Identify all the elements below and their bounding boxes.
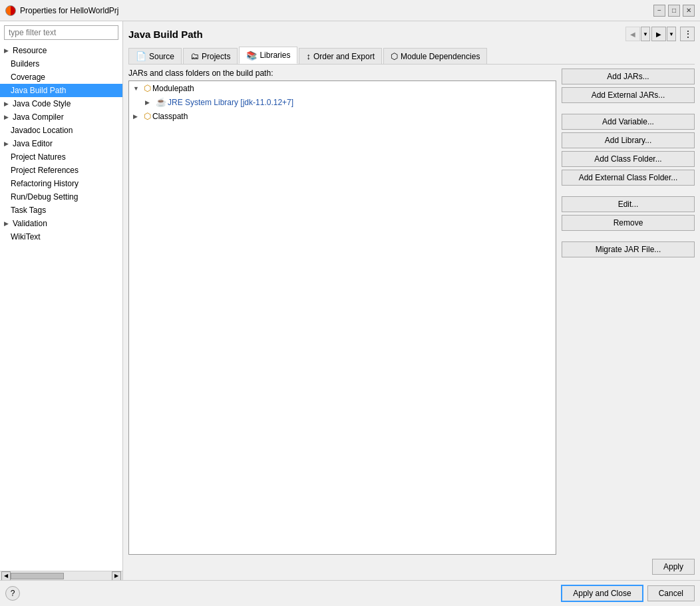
apply-and-close-button[interactable]: Apply and Close: [561, 585, 643, 602]
expand-arrow-icon: ▶: [4, 140, 9, 147]
sidebar-item-java-editor[interactable]: ▶Java Editor: [0, 137, 122, 150]
add-external-class-folder-button[interactable]: Add External Class Folder...: [562, 170, 695, 186]
scrollbar-thumb[interactable]: [11, 573, 64, 579]
sidebar-item-label: WikiText: [11, 232, 41, 241]
classpath-expand-icon: ▶: [133, 113, 142, 120]
sidebar-item-label: Project References: [11, 166, 79, 175]
expand-arrow-icon: ▶: [4, 100, 9, 107]
content-area: Java Build Path ◀ ▼ ▶ ▼ ⋮ 📄Source🗂Projec…: [123, 21, 700, 580]
forward-menu-button[interactable]: ▼: [667, 27, 676, 41]
sidebar-item-label: Run/Debug Setting: [11, 192, 78, 202]
source-tab-icon: 📄: [136, 51, 146, 61]
back-menu-button[interactable]: ▼: [641, 27, 650, 41]
tree-jre-expand-icon: ▶: [145, 99, 154, 106]
sidebar: ▶ResourceBuildersCoverageJava Build Path…: [0, 21, 123, 580]
tab-order-export[interactable]: ↕Order and Export: [299, 48, 382, 64]
tab-source[interactable]: 📄Source: [128, 48, 182, 64]
sidebar-item-label: Java Code Style: [13, 99, 71, 108]
build-path-label: JARs and class folders on the build path…: [128, 69, 556, 78]
add-variable-button[interactable]: Add Variable...: [562, 114, 695, 130]
bottom-bar: ? Apply and Close Cancel: [0, 580, 700, 606]
module-dependencies-tab-icon: ⬡: [391, 51, 398, 61]
button-spacer: [562, 188, 695, 194]
libraries-tab-icon: 📚: [246, 51, 257, 61]
scrollbar-right-arrow[interactable]: ▶: [112, 571, 121, 581]
button-spacer: [562, 106, 695, 111]
scrollbar-left-arrow[interactable]: ◀: [1, 571, 11, 581]
sidebar-item-java-compiler[interactable]: ▶Java Compiler: [0, 110, 122, 124]
add-library-button[interactable]: Add Library...: [562, 132, 695, 148]
apply-button[interactable]: Apply: [652, 559, 695, 575]
modulepath-icon: ⬡: [144, 83, 151, 93]
expand-arrow-icon: ▶: [4, 47, 9, 54]
build-path-buttons: Add JARs...Add External JARs...Add Varia…: [562, 69, 695, 555]
remove-button[interactable]: Remove: [562, 215, 695, 231]
sidebar-item-project-natures[interactable]: Project Natures: [0, 150, 122, 164]
tab-label-module-dependencies: Module Dependencies: [401, 52, 480, 61]
title-bar: Properties for HelloWorldPrj − □ ✕: [0, 0, 700, 21]
sidebar-item-label: Task Tags: [11, 206, 46, 215]
forward-button[interactable]: ▶: [651, 27, 666, 41]
sidebar-scroll[interactable]: ▶ResourceBuildersCoverageJava Build Path…: [0, 44, 122, 571]
add-class-folder-button[interactable]: Add Class Folder...: [562, 151, 695, 167]
sidebar-item-label: Builders: [11, 59, 39, 69]
sidebar-item-run-debug-settings[interactable]: Run/Debug Setting: [0, 190, 122, 204]
sidebar-item-coverage[interactable]: Coverage: [0, 71, 122, 84]
tab-label-projects: Projects: [202, 52, 230, 61]
more-options-button[interactable]: ⋮: [680, 27, 695, 41]
build-path-content: JARs and class folders on the build path…: [128, 69, 556, 555]
content-header: Java Build Path ◀ ▼ ▶ ▼ ⋮: [128, 27, 695, 41]
tree-view[interactable]: ▼ ⬡ Modulepath▶ ☕ JRE System Library [jd…: [128, 80, 556, 555]
sidebar-item-label: Javadoc Location: [11, 126, 73, 135]
content-title: Java Build Path: [128, 29, 203, 40]
sidebar-item-label: Validation: [13, 219, 47, 228]
tab-module-dependencies[interactable]: ⬡Module Dependencies: [383, 48, 487, 64]
help-button[interactable]: ?: [5, 586, 20, 601]
sidebar-item-label: Refactoring History: [11, 179, 79, 188]
tree-classpath[interactable]: ▶ ⬡ Classpath: [129, 109, 556, 123]
tab-label-order-export: Order and Export: [313, 52, 375, 61]
sidebar-item-java-build-path[interactable]: Java Build Path: [0, 84, 122, 97]
tab-libraries[interactable]: 📚Libraries: [239, 47, 297, 64]
jre-label: JRE System Library [jdk-11.0.12+7]: [168, 98, 293, 107]
button-spacer: [562, 233, 695, 239]
sidebar-item-refactoring-history[interactable]: Refactoring History: [0, 177, 122, 190]
sidebar-item-label: Resource: [13, 46, 47, 55]
edit-button[interactable]: Edit...: [562, 196, 695, 212]
expand-arrow-icon: ▶: [4, 220, 9, 227]
jre-icon: ☕: [156, 97, 166, 107]
sidebar-item-label: Java Build Path: [11, 86, 66, 95]
window-title: Properties for HelloWorldPrj: [20, 6, 119, 15]
projects-tab-icon: 🗂: [190, 51, 199, 61]
dialog-body: ▶ResourceBuildersCoverageJava Build Path…: [0, 21, 700, 580]
sidebar-item-task-tags[interactable]: Task Tags: [0, 204, 122, 217]
sidebar-item-javadoc-location[interactable]: Javadoc Location: [0, 124, 122, 137]
filter-input[interactable]: [4, 25, 118, 40]
cancel-button[interactable]: Cancel: [647, 585, 695, 601]
tree-jre-library[interactable]: ▶ ☕ JRE System Library [jdk-11.0.12+7]: [129, 95, 556, 109]
expand-arrow-icon: ▶: [4, 114, 9, 120]
sidebar-item-java-code-style[interactable]: ▶Java Code Style: [0, 97, 122, 110]
build-path-area: JARs and class folders on the build path…: [128, 65, 695, 555]
add-external-jars-button[interactable]: Add External JARs...: [562, 87, 695, 103]
migrate-jar-button[interactable]: Migrate JAR File...: [562, 241, 695, 257]
sidebar-item-label: Coverage: [11, 73, 45, 82]
title-bar-left: Properties for HelloWorldPrj: [5, 5, 119, 16]
sidebar-item-label: Project Natures: [11, 152, 66, 162]
minimize-button[interactable]: −: [653, 5, 665, 17]
sidebar-item-resource[interactable]: ▶Resource: [0, 44, 122, 57]
tab-projects[interactable]: 🗂Projects: [183, 48, 238, 64]
nav-arrows: ◀ ▼ ▶ ▼ ⋮: [625, 27, 695, 41]
sidebar-item-validation[interactable]: ▶Validation: [0, 217, 122, 230]
app-logo-icon: [5, 5, 16, 16]
sidebar-item-wikitext[interactable]: WikiText: [0, 230, 122, 243]
modulepath-label: Modulepath: [152, 84, 194, 93]
maximize-button[interactable]: □: [668, 5, 680, 17]
add-jars-button[interactable]: Add JARs...: [562, 69, 695, 84]
sidebar-item-builders[interactable]: Builders: [0, 57, 122, 71]
tree-modulepath[interactable]: ▼ ⬡ Modulepath: [129, 81, 556, 95]
order-export-tab-icon: ↕: [306, 51, 311, 61]
sidebar-item-project-references[interactable]: Project References: [0, 164, 122, 177]
back-button[interactable]: ◀: [625, 27, 640, 41]
close-button[interactable]: ✕: [683, 5, 695, 17]
